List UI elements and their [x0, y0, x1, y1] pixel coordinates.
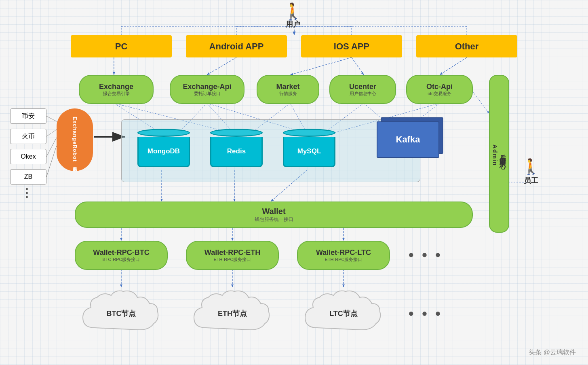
exchange-robot: ExchangeRobot 交易机器人: [57, 108, 93, 171]
admin-bar: 后台管理中心 Admin: [489, 75, 509, 233]
exchange-more-dots: ⋮: [21, 186, 34, 199]
employee-icon: 🚶: [521, 158, 540, 176]
huobi-exchange: 火币: [10, 129, 46, 144]
market-service: Market 行情服务: [257, 75, 319, 104]
employee-figure: 🚶 员工: [521, 158, 540, 185]
other-client: Other: [416, 35, 517, 57]
employee-label: 员工: [521, 176, 540, 185]
exchange-service: Exchange 撮合交易引擎: [79, 75, 154, 104]
ucenter-service: Ucenter 用户信息中心: [329, 75, 396, 104]
zb-exchange: ZB: [10, 169, 46, 185]
btc-node: BTC节点: [75, 287, 168, 340]
watermark: 头条 @云璃软件: [529, 348, 576, 357]
node-more-dots: ● ● ●: [408, 308, 443, 319]
exchange-robot-label: ExchangeRobot: [72, 117, 78, 162]
wallet-service: Wallet 钱包服务统一接口: [75, 202, 473, 228]
exchange-api-service: Exchange-Api 委托订单接口: [170, 75, 244, 104]
mysql-db: MySQL: [283, 129, 335, 167]
user-figure: 🚶 用户: [283, 3, 303, 29]
mongodb-db: MongoDB: [137, 129, 190, 167]
eth-node: ETH节点: [186, 287, 279, 340]
ltc-node: LTC节点: [297, 287, 390, 340]
redis-db: Redis: [210, 129, 263, 167]
wallet-ltc-service: Wallet-RPC-LTC ETH-RPC服务接口: [297, 241, 390, 270]
otc-api-service: Otc-Api otc交易服务: [406, 75, 473, 104]
wallet-btc-service: Wallet-RPC-BTC BTC-RPC服务接口: [75, 241, 168, 270]
ios-client: IOS APP: [301, 35, 402, 57]
pc-client: PC: [71, 35, 172, 57]
binance-exchange: 币安: [10, 108, 46, 124]
okex-exchange: Okex: [10, 149, 46, 164]
wallet-eth-service: Wallet-RPC-ETH ETH-RPC服务接口: [186, 241, 279, 270]
user-label: 用户: [283, 19, 303, 29]
user-icon: 🚶: [283, 3, 303, 19]
wallet-more-dots: ● ● ●: [408, 249, 443, 260]
android-client: Android APP: [186, 35, 287, 57]
